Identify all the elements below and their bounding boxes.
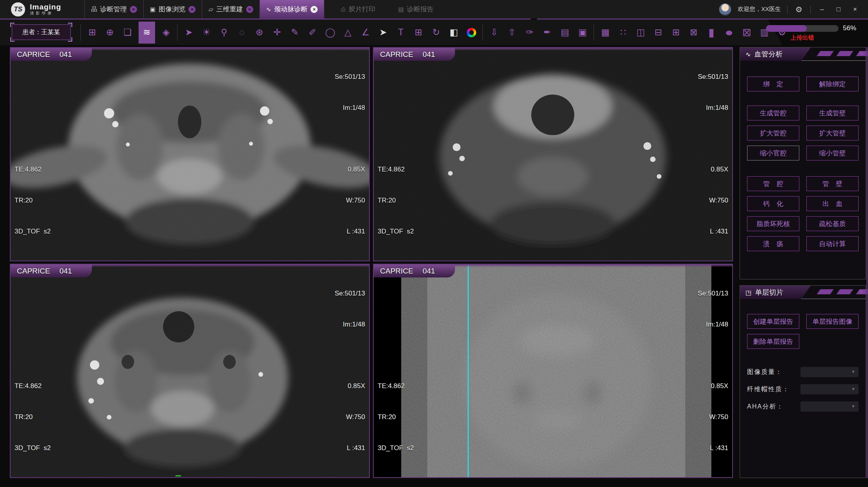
upload-icon[interactable]: ⇧ xyxy=(505,24,519,41)
layout-matrix-icon[interactable]: ▦ xyxy=(599,24,612,41)
ellipse-draw-icon[interactable]: ◯ xyxy=(323,24,337,41)
roi-ellipse-icon[interactable]: ● xyxy=(722,24,736,41)
report-add-icon[interactable]: ▤ xyxy=(558,24,572,41)
roi-rect-icon[interactable]: ▮ xyxy=(705,24,718,41)
tab-image-browse[interactable]: ▣ 图像浏览 × xyxy=(143,0,202,18)
collapse-chevron-icon[interactable]: » xyxy=(859,49,863,57)
auto-calculate-button[interactable]: 自动计算 xyxy=(806,236,859,251)
angle-icon[interactable]: ∠ xyxy=(359,24,372,41)
pan-icon[interactable]: ✛ xyxy=(270,24,284,41)
open-folder-add-icon[interactable]: ⊕ xyxy=(103,24,117,41)
patient-field[interactable]: 患者：王某某 xyxy=(12,24,71,40)
overlay-series-info: Se:501/13 Im:1/48 xyxy=(334,268,365,350)
key-image-icon[interactable]: ▣ xyxy=(576,24,589,41)
delete-slice-report-button[interactable]: 删除单层报告 xyxy=(747,334,799,349)
layout-2x2-icon[interactable]: ⊞ xyxy=(669,24,683,41)
close-button[interactable]: × xyxy=(850,5,860,13)
lumen-button[interactable]: 管 腔 xyxy=(747,176,799,191)
layout-remove-icon[interactable]: ⊠ xyxy=(687,24,700,41)
import-study-icon[interactable]: ⊞ xyxy=(86,24,99,41)
zoom-icon[interactable]: ⚲ xyxy=(217,24,231,41)
roi-remove-icon[interactable]: ⊠ xyxy=(740,24,753,41)
slice-report-image-button[interactable]: 单层报告图像 xyxy=(806,314,859,329)
enlarge-wall-button[interactable]: 扩大管壁 xyxy=(806,126,859,140)
viewport-bottom-right[interactable]: CAPRICE 041 Se:501/13 Im:1/48 TE:4.862 T… xyxy=(373,264,733,478)
tab-close-icon[interactable]: × xyxy=(188,6,196,13)
dropdown-row: 纤维帽性质： ▼ xyxy=(740,384,866,394)
overlay-window-level: L :431 xyxy=(709,226,728,237)
shrink-wall-button[interactable]: 缩小管壁 xyxy=(806,146,859,161)
text-annotation-icon[interactable]: T xyxy=(394,24,408,41)
tab-close-icon[interactable]: × xyxy=(130,6,137,13)
create-slice-report-button[interactable]: 创建单层报告 xyxy=(747,314,799,329)
layout-split-horizontal-icon[interactable]: ⊟ xyxy=(652,24,665,41)
overlay-acquisition-info: TE:4.862 TR:20 3D_TOF s2 xyxy=(15,360,51,474)
window-level-icon[interactable]: ☀ xyxy=(200,24,213,41)
shrink-lumen-button[interactable]: 缩小官腔 xyxy=(747,146,799,161)
titlebar-right: 欢迎您，XX医生 ⚙ – □ × xyxy=(719,3,868,16)
overlay-tr: TR:20 xyxy=(15,195,51,206)
chevron-down-icon: ▼ xyxy=(851,369,855,374)
layout-split-vertical-icon[interactable]: ◫ xyxy=(634,24,647,41)
generate-lumen-button[interactable]: 生成管腔 xyxy=(747,106,799,120)
color-wheel-icon[interactable] xyxy=(465,24,478,41)
generate-wall-button[interactable]: 生成管壁 xyxy=(806,106,859,120)
mri-image xyxy=(374,264,732,477)
tab-film-print[interactable]: ⎙ 胶片打印 × xyxy=(334,0,382,18)
bind-button[interactable]: 绑 定 xyxy=(747,77,799,91)
invert-icon[interactable]: ◧ xyxy=(447,24,460,41)
tab-close-icon[interactable]: × xyxy=(311,6,318,13)
layout-tiles-icon[interactable]: ∷ xyxy=(616,24,630,41)
collapse-chevron-icon[interactable]: » xyxy=(859,287,863,295)
component-mark-button-group: 管 腔 管 壁 钙 化 出 血 脂质坏死核 疏松基质 溃 疡 自动计算 xyxy=(740,176,866,251)
fiber-cap-select[interactable]: ▼ xyxy=(800,384,859,394)
cross-reference-line[interactable] xyxy=(468,264,469,477)
calcification-button[interactable]: 钙 化 xyxy=(747,196,799,211)
tab-diagnosis-report[interactable]: ▤ 诊断报告 × xyxy=(392,0,440,18)
viewport-bottom-left[interactable]: CAPRICE 041 Se:501/13 Im:1/48 TE:4.862 T… xyxy=(10,264,370,478)
slice-report-button-group: 创建单层报告 单层报告图像 删除单层报告 xyxy=(740,314,866,349)
maximize-button[interactable]: □ xyxy=(833,5,844,13)
tab-3d-reconstruction[interactable]: ▱ 三维重建 × xyxy=(202,0,259,18)
length-measure-icon[interactable]: ✎ xyxy=(288,24,302,41)
probe-icon[interactable]: ✑ xyxy=(523,24,536,41)
aha-analysis-select[interactable]: ▼ xyxy=(800,401,859,412)
cube-3d-icon[interactable]: ◈ xyxy=(159,24,173,41)
ulcer-button[interactable]: 溃 疡 xyxy=(747,236,799,251)
minimize-button[interactable]: – xyxy=(817,5,827,13)
zoom-2x-icon[interactable]: ⊛ xyxy=(253,24,266,41)
zoom-region-icon[interactable]: ◌ xyxy=(235,24,249,41)
overlay-window-level: L :431 xyxy=(346,226,365,237)
rotate-icon[interactable]: ↻ xyxy=(429,24,443,41)
viewport-series-tab: CAPRICE 041 xyxy=(374,48,455,61)
settings-gear-icon[interactable]: ⚙ xyxy=(794,5,804,14)
polygon-draw-icon[interactable]: △ xyxy=(341,24,355,41)
probe-line-icon[interactable]: ✒ xyxy=(541,24,554,41)
pointer-icon[interactable]: ➤ xyxy=(182,24,196,41)
viewport-series-tab: CAPRICE 041 xyxy=(374,264,455,277)
unbind-button[interactable]: 解除绑定 xyxy=(806,77,859,91)
user-avatar[interactable] xyxy=(719,3,731,16)
report-icon: ▤ xyxy=(398,6,404,13)
tab-diagnosis-manage[interactable]: 品 诊断管理 × xyxy=(84,0,143,18)
angle-measure-icon[interactable]: ✐ xyxy=(306,24,319,41)
viewport-series-name: CAPRICE xyxy=(17,50,50,59)
chevron-down-icon: ▼ xyxy=(851,404,855,409)
viewport-top-left[interactable]: CAPRICE 041 Se:501/13 Im:1/48 TE:4.862 T… xyxy=(10,47,370,261)
window-right-accent xyxy=(866,47,868,478)
viewport-top-right[interactable]: CAPRICE 041 Se:501/13 Im:1/48 TE:4.862 T… xyxy=(373,47,733,261)
layer-stack-icon[interactable]: ≋ xyxy=(139,22,155,44)
tab-carotid-diagnosis[interactable]: ∿ 颈动脉诊断 × xyxy=(259,0,325,18)
download-icon[interactable]: ⇩ xyxy=(488,24,501,41)
wall-button[interactable]: 管 壁 xyxy=(806,176,859,191)
tab-close-icon[interactable]: × xyxy=(246,6,253,13)
loose-matrix-button[interactable]: 疏松基质 xyxy=(806,216,859,231)
hemorrhage-button[interactable]: 出 血 xyxy=(806,196,859,211)
add-annotation-icon[interactable]: ⊞ xyxy=(412,24,425,41)
enlarge-lumen-button[interactable]: 扩大管腔 xyxy=(747,126,799,140)
image-library-icon[interactable]: ❏ xyxy=(121,24,134,41)
select-arrow-icon[interactable]: ➤ xyxy=(376,24,390,41)
image-quality-select[interactable]: ▼ xyxy=(800,367,859,377)
lipid-necrotic-core-button[interactable]: 脂质坏死核 xyxy=(747,216,799,231)
tool-strip: ⊞ ⊕ ❏ ≋ ◈ xyxy=(80,20,789,45)
